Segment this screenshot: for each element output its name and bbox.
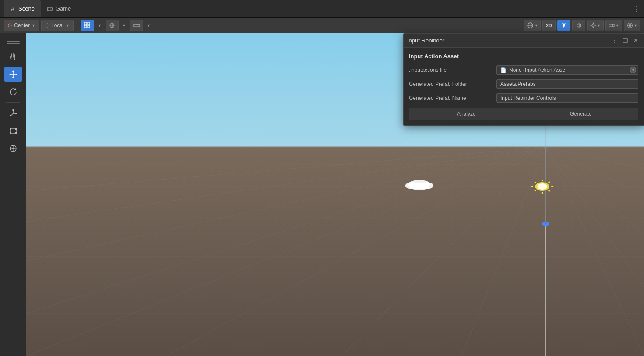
lighting-toggle-btn[interactable] bbox=[557, 20, 570, 31]
scale-tool-btn[interactable] bbox=[4, 106, 22, 121]
center-label: Center bbox=[14, 22, 30, 28]
snap-caret-icon: ▼ bbox=[122, 23, 126, 28]
svg-marker-35 bbox=[16, 74, 17, 75]
svg-rect-42 bbox=[10, 115, 11, 116]
panel-more-options-btn[interactable]: ⋮ bbox=[610, 37, 619, 45]
svg-rect-54 bbox=[26, 146, 644, 148]
svg-rect-20 bbox=[563, 26, 565, 27]
effects-toggle-btn[interactable]: ▼ bbox=[587, 20, 604, 31]
svg-rect-27 bbox=[609, 24, 613, 27]
svg-rect-7 bbox=[88, 25, 90, 28]
tab-game-label: Game bbox=[56, 5, 71, 12]
svg-line-25 bbox=[563, 23, 563, 24]
rect-tool-btn[interactable] bbox=[4, 123, 22, 139]
prefab-name-field-row: Generated Prefab Name Input Rebinder Con… bbox=[409, 92, 638, 104]
svg-line-82 bbox=[535, 182, 536, 183]
local-cube-icon: ⬡ bbox=[45, 22, 49, 28]
panel-actions: Analyze Generate bbox=[409, 108, 638, 120]
svg-rect-43 bbox=[10, 129, 16, 133]
audio-toggle-btn[interactable] bbox=[572, 20, 585, 31]
tool-separator-1 bbox=[6, 102, 20, 103]
grid-snapping-btn[interactable] bbox=[81, 20, 94, 31]
svg-rect-53 bbox=[26, 147, 644, 356]
scene-tools-panel bbox=[0, 33, 26, 356]
svg-marker-34 bbox=[9, 74, 11, 75]
svg-rect-44 bbox=[10, 128, 11, 130]
svg-rect-45 bbox=[15, 128, 17, 130]
panel-maximize-btn[interactable] bbox=[621, 37, 630, 45]
tab-bar: # Scene Game ⋮ bbox=[0, 0, 644, 18]
svg-point-86 bbox=[537, 183, 547, 190]
prefab-name-value[interactable]: Input Rebinder Controls bbox=[496, 93, 638, 103]
svg-point-90 bbox=[409, 183, 429, 190]
grid-options-btn[interactable]: ▼ bbox=[96, 20, 104, 31]
scene-visibility-btn[interactable]: ▼ bbox=[624, 20, 640, 31]
panel-titlebar: Input Rebinder ⋮ ✕ bbox=[404, 34, 644, 48]
svg-point-19 bbox=[563, 23, 565, 26]
tab-bar-more-icon[interactable]: ⋮ bbox=[633, 4, 640, 13]
inputactions-label: .inputactions file bbox=[409, 67, 496, 73]
svg-line-26 bbox=[565, 23, 566, 24]
analyze-button[interactable]: Analyze bbox=[409, 108, 524, 120]
local-dropdown[interactable]: ⬡ Local ▼ bbox=[41, 20, 74, 31]
2d-toggle-btn[interactable]: 2D bbox=[542, 20, 556, 31]
generate-button[interactable]: Generate bbox=[524, 108, 639, 120]
ruler-btn[interactable] bbox=[130, 20, 143, 31]
svg-rect-21 bbox=[563, 27, 564, 27]
center-dropdown[interactable]: ⊙ Center ▼ bbox=[4, 20, 39, 31]
file-icon: 📄 bbox=[500, 67, 507, 73]
svg-rect-47 bbox=[15, 132, 17, 134]
2d-label: 2D bbox=[546, 23, 552, 28]
snap-options-btn[interactable]: ▼ bbox=[120, 20, 128, 31]
local-label: Local bbox=[51, 22, 64, 28]
inputactions-text: None (Input Action Asse bbox=[509, 67, 565, 73]
center-pivot-icon: ⊙ bbox=[7, 22, 12, 28]
prefab-folder-value[interactable]: Assets/Prefabs bbox=[496, 79, 638, 89]
hide-objects-btn[interactable]: ▼ bbox=[605, 20, 622, 31]
panel-close-icon: ✕ bbox=[633, 37, 638, 44]
game-controller-icon bbox=[47, 6, 53, 12]
inputactions-select-btn[interactable]: ⊙ bbox=[630, 67, 636, 73]
effects-caret-icon: ▼ bbox=[597, 23, 601, 28]
tab-scene-label: Scene bbox=[18, 5, 35, 12]
svg-rect-3 bbox=[50, 8, 51, 9]
tab-game[interactable]: Game bbox=[41, 0, 77, 17]
camera-caret-icon: ▼ bbox=[616, 23, 619, 28]
panel-content: Input Action Asset .inputactions file 📄 … bbox=[404, 48, 644, 125]
snap-settings-btn[interactable] bbox=[106, 20, 119, 31]
prefab-folder-label: Generated Prefab Folder bbox=[409, 81, 496, 87]
ruler-caret-icon: ▼ bbox=[147, 23, 151, 28]
panel-more-icon: ⋮ bbox=[612, 38, 617, 44]
svg-rect-40 bbox=[12, 109, 14, 111]
ruler-options-btn[interactable]: ▼ bbox=[145, 20, 153, 31]
svg-line-83 bbox=[549, 182, 550, 183]
grid-caret-icon: ▼ bbox=[98, 23, 102, 28]
inputactions-value[interactable]: 📄 None (Input Action Asse ⊙ bbox=[496, 65, 638, 75]
input-rebinder-panel: Input Rebinder ⋮ ✕ Input Action Asset .i… bbox=[403, 33, 644, 126]
svg-point-51 bbox=[12, 148, 14, 149]
scene-hash-icon: # bbox=[10, 6, 16, 12]
main-toolbar: ⊙ Center ▼ ⬡ Local ▼ ▼ ▼ bbox=[0, 18, 644, 33]
svg-rect-6 bbox=[84, 25, 87, 28]
svg-rect-101 bbox=[623, 39, 627, 42]
panel-section-title: Input Action Asset bbox=[409, 53, 638, 60]
svg-rect-46 bbox=[10, 132, 11, 134]
rotate-tool-btn[interactable] bbox=[4, 84, 22, 100]
svg-rect-41 bbox=[15, 113, 17, 114]
local-caret-icon: ▼ bbox=[66, 23, 70, 28]
svg-rect-0 bbox=[47, 7, 53, 11]
shading-caret-icon: ▼ bbox=[535, 23, 538, 28]
svg-marker-33 bbox=[12, 77, 14, 78]
hand-tool-btn[interactable] bbox=[4, 49, 22, 65]
inputactions-field-row: .inputactions file 📄 None (Input Action … bbox=[409, 64, 638, 76]
tab-scene[interactable]: # Scene bbox=[4, 0, 41, 17]
shading-mode-btn[interactable]: ▼ bbox=[524, 20, 541, 31]
svg-line-85 bbox=[549, 190, 550, 191]
panel-controls: ⋮ ✕ bbox=[610, 37, 640, 45]
panel-close-btn[interactable]: ✕ bbox=[631, 37, 640, 45]
prefab-name-text: Input Rebinder Controls bbox=[500, 95, 556, 101]
transform-tool-btn[interactable] bbox=[4, 141, 22, 156]
svg-point-1 bbox=[48, 8, 49, 9]
move-tool-btn[interactable] bbox=[4, 67, 22, 82]
center-caret-icon: ▼ bbox=[32, 23, 35, 28]
